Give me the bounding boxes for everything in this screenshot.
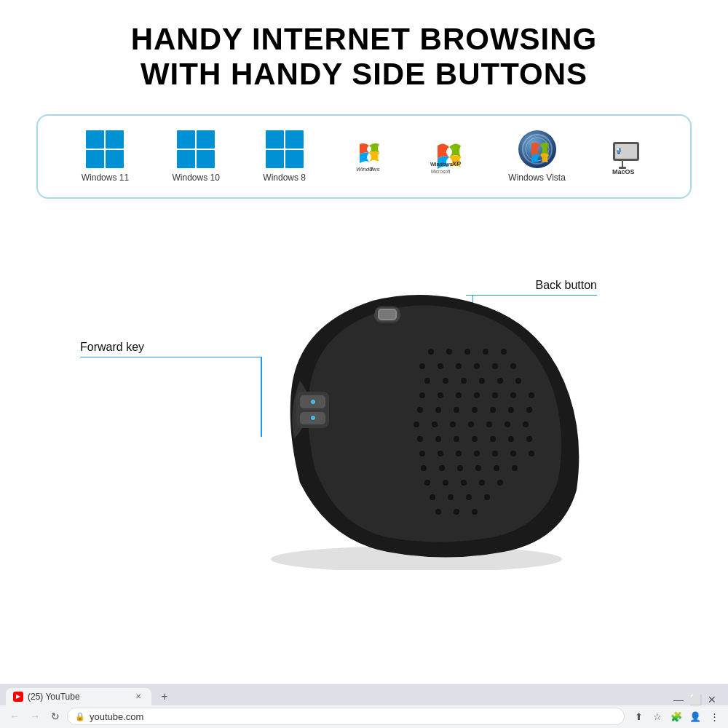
url-text: youtube.com [90,711,143,722]
svg-text:XP: XP [451,160,462,167]
menu-icon[interactable]: ⋮ [706,708,722,724]
svg-point-59 [508,436,514,442]
svg-point-83 [435,509,441,515]
browser-taskbar: (25) YouTube ✕ + — ⬜ ✕ ← → ↻ 🔒 youtube.c… [0,684,728,728]
main-content: HANDY INTERNET BROWSING WITH HANDY SIDE … [0,0,728,684]
svg-point-76 [461,480,467,486]
address-bar[interactable]: 🔒 youtube.com [67,708,625,725]
svg-text:Windows: Windows [356,166,379,173]
browser-tab-youtube[interactable]: (25) YouTube ✕ [6,688,151,705]
os-item-win7: Windows 7 [349,138,385,175]
svg-point-36 [474,392,480,398]
svg-point-71 [475,465,481,471]
tab-bar-right-controls: — ⬜ ✕ [673,694,722,705]
svg-point-51 [486,422,492,427]
svg-point-22 [438,363,443,369]
svg-point-55 [435,436,441,442]
svg-point-81 [466,494,472,500]
svg-point-43 [472,407,478,413]
svg-point-25 [492,363,498,369]
svg-point-88 [311,416,315,420]
svg-point-26 [510,363,516,369]
svg-point-61 [419,451,425,456]
svg-point-21 [419,363,425,369]
new-tab-button[interactable]: + [154,688,175,705]
svg-point-18 [464,349,470,355]
svg-point-56 [454,436,459,442]
svg-point-35 [456,392,462,398]
os-item-win8: Windows 8 [263,130,306,183]
svg-point-42 [454,407,459,413]
svg-point-58 [490,436,496,442]
svg-point-30 [479,378,485,384]
forward-nav-button[interactable]: → [26,708,44,725]
svg-point-72 [494,465,499,471]
restore-control[interactable]: ⬜ [689,694,702,705]
svg-point-50 [468,422,474,427]
svg-point-82 [484,494,490,500]
windows11-icon [86,130,124,168]
svg-point-44 [490,407,496,413]
svg-rect-8 [622,161,623,167]
svg-text:Microsoft: Microsoft [431,169,451,174]
reload-button[interactable]: ↻ [47,708,64,725]
svg-point-60 [526,436,532,442]
headline-line1: HANDY INTERNET BROWSING [131,22,598,56]
svg-point-23 [456,363,462,369]
forward-key-label: Forward key [80,341,144,354]
share-icon[interactable]: ⬆ [630,708,646,724]
svg-point-75 [443,480,448,486]
svg-point-84 [454,509,459,515]
windows8-icon [266,130,304,168]
svg-point-68 [421,465,427,471]
svg-point-49 [450,422,456,427]
os-item-winxp: Microsoft Windows XP [429,138,465,175]
svg-point-47 [414,422,419,427]
tab-close-button[interactable]: ✕ [132,691,144,703]
bookmark-icon[interactable]: ☆ [649,708,665,724]
svg-point-65 [492,451,498,456]
profile-icon[interactable]: 👤 [687,708,703,724]
svg-point-79 [430,494,435,500]
svg-point-40 [417,407,423,413]
svg-point-41 [435,407,441,413]
svg-point-5 [526,138,549,161]
windowsxp-icon: Microsoft Windows XP [429,138,465,175]
svg-point-69 [439,465,445,471]
svg-point-28 [443,378,448,384]
svg-text:Windows: Windows [430,162,453,167]
winvista-label: Windows Vista [508,173,565,183]
nav-bar-right-icons: ⬆ ☆ 🧩 👤 ⋮ [630,708,722,724]
svg-point-37 [492,392,498,398]
headline-line2: WITH HANDY SIDE BUTTONS [141,57,587,91]
win8-label: Windows 8 [263,173,306,183]
svg-point-78 [497,480,503,486]
svg-text:MacOS: MacOS [612,168,635,175]
svg-point-63 [456,451,462,456]
macos-icon: MacOS [609,138,646,175]
svg-point-80 [448,494,454,500]
svg-point-64 [474,451,480,456]
svg-point-52 [505,422,510,427]
svg-point-66 [510,451,516,456]
extensions-icon[interactable]: 🧩 [668,708,684,724]
close-control[interactable]: ✕ [708,694,716,705]
windowsvista-icon [518,130,556,168]
nav-bar: ← → ↻ 🔒 youtube.com ⬆ ☆ 🧩 👤 ⋮ [0,705,728,728]
svg-point-62 [438,451,443,456]
mouse-image [242,279,649,570]
forward-key-line [80,357,262,358]
windows10-icon [177,130,215,168]
svg-point-90 [311,400,315,404]
svg-point-53 [523,422,529,427]
os-item-win10: Windows 10 [173,130,220,183]
youtube-favicon [13,692,23,702]
windows7-icon: Windows 7 [349,138,385,175]
svg-point-45 [508,407,514,413]
minimize-control[interactable]: — [673,694,684,705]
win10-label: Windows 10 [173,173,220,183]
svg-point-13 [620,148,621,149]
win11-label: Windows 11 [82,173,129,183]
os-compatibility-box: Windows 11 Windows 10 Windows 8 [36,114,692,199]
back-nav-button[interactable]: ← [6,708,23,725]
